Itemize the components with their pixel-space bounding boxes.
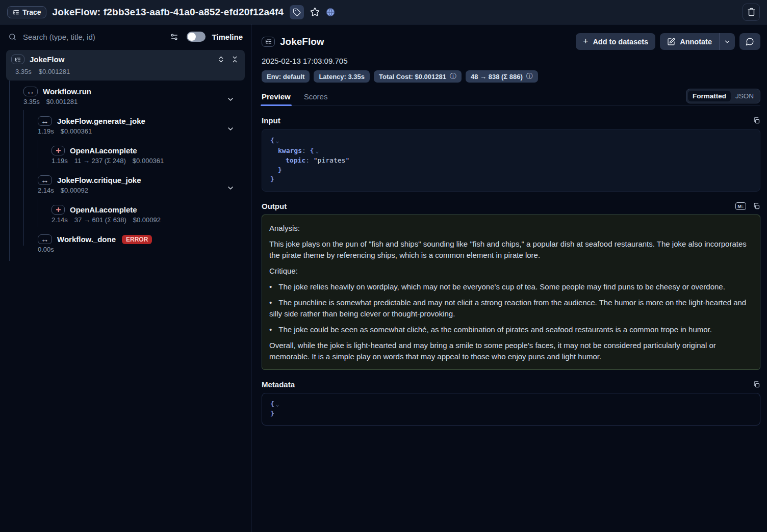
- trace-node-icon: [262, 37, 275, 47]
- globe-icon: [326, 8, 335, 17]
- copy-icon[interactable]: [753, 117, 760, 124]
- collapse-caret-icon[interactable]: ⌄: [315, 148, 319, 154]
- annotate-button[interactable]: Annotate: [660, 33, 719, 50]
- node-duration: 1.19s: [52, 157, 68, 165]
- trace-badges: Env: default Latency: 3.35s Total Cost: …: [262, 70, 760, 83]
- info-icon[interactable]: ⓘ: [450, 72, 456, 81]
- list-tree-icon: [12, 9, 19, 16]
- tab-scores[interactable]: Scores: [304, 92, 328, 105]
- metadata-json-viewer: {⌄ }: [262, 393, 760, 425]
- star-icon: [310, 7, 320, 17]
- node-cost: $0.000361: [61, 127, 92, 135]
- tree-item-generation[interactable]: OpenAI.acomplete 2.14s 37 → 601 (Σ 638) …: [0, 203, 251, 232]
- timeline-toggle[interactable]: [187, 32, 206, 42]
- trace-title: JokeFlow: f2bb3e13-aafb-41a0-a852-efd20f…: [53, 7, 284, 18]
- output-analysis-heading: Analysis:: [269, 223, 753, 234]
- root-duration: 3.35s: [15, 68, 32, 75]
- tree-item-workflow-run[interactable]: ↔ Workflow.run 3.35s $0.001281: [0, 85, 251, 114]
- output-markdown-viewer: Analysis: This joke plays on the pun of …: [262, 215, 760, 370]
- total-cost-badge: Total Cost: $0.001281 ⓘ: [374, 70, 462, 83]
- plus-icon: +: [583, 36, 589, 47]
- token-usage-badge: 48 → 838 (Σ 886) ⓘ: [466, 70, 538, 83]
- comments-button[interactable]: [739, 33, 760, 50]
- metadata-section-label: Metadata: [262, 380, 295, 389]
- tree-root-title: JokeFlow: [30, 55, 64, 64]
- output-bullet: •The joke could be seen as somewhat clic…: [269, 324, 753, 335]
- node-cost: $0.00092: [133, 216, 161, 224]
- node-duration: 0.00s: [38, 246, 54, 253]
- detail-tabs: Preview Scores Formatted JSON: [262, 91, 760, 106]
- filter-settings-icon[interactable]: [170, 33, 178, 41]
- pen-square-icon: [667, 38, 675, 46]
- output-analysis-body: This joke plays on the pun of "fish and …: [269, 238, 753, 261]
- output-bullet: •The punchline is somewhat predictable a…: [269, 297, 753, 320]
- trace-type-badge: Trace: [7, 6, 46, 18]
- trace-badge-label: Trace: [22, 8, 41, 16]
- markdown-toggle-icon[interactable]: M↓: [735, 202, 746, 210]
- input-section-label: Input: [262, 116, 280, 125]
- collapse-caret-icon[interactable]: ⌄: [276, 138, 279, 144]
- node-cost: $0.001281: [46, 98, 78, 105]
- tree-item-workflow-done[interactable]: ↔ Workflow._done ERROR 0.00s: [0, 232, 251, 262]
- tab-preview[interactable]: Preview: [262, 92, 291, 105]
- annotate-dropdown-button[interactable]: [719, 33, 735, 50]
- output-closing: Overall, while the joke is light-hearted…: [269, 340, 753, 362]
- span-icon: ↔: [38, 116, 52, 126]
- star-button[interactable]: [310, 7, 320, 17]
- collapse-all-icon[interactable]: [231, 56, 239, 63]
- node-tokens: 11 → 237 (Σ 248): [74, 157, 126, 165]
- search-icon: [8, 33, 17, 41]
- chevron-down-icon[interactable]: [226, 184, 235, 192]
- span-icon: ↔: [23, 87, 38, 96]
- chevron-down-icon[interactable]: [226, 95, 235, 103]
- latency-badge: Latency: 3.35s: [314, 70, 370, 83]
- expand-all-icon[interactable]: [217, 56, 225, 63]
- format-toggle: Formatted JSON: [686, 89, 760, 103]
- tree-root-item[interactable]: JokeFlow 3.35s $0.001281: [6, 50, 245, 81]
- trace-node-icon: [11, 55, 24, 64]
- tree-item-critique-joke[interactable]: ↔ JokeFlow.critique_joke 2.14s $0.00092: [0, 173, 251, 203]
- comment-bubble-icon: [746, 37, 754, 46]
- tag-button[interactable]: [290, 5, 304, 19]
- trace-tree-sidebar: Timeline JokeFlow 3.35s $0.: [0, 24, 251, 532]
- node-duration: 2.14s: [38, 187, 54, 194]
- trash-icon: [747, 8, 756, 16]
- observation-tree: ↔ Workflow.run 3.35s $0.001281 ↔ JokeFlo…: [0, 85, 251, 263]
- copy-icon[interactable]: [753, 202, 760, 210]
- node-cost: $0.00092: [61, 187, 88, 194]
- error-status-badge: ERROR: [122, 235, 152, 244]
- node-cost: $0.000361: [133, 157, 164, 165]
- tree-item-generate-joke[interactable]: ↔ JokeFlow.generate_joke 1.19s $0.000361: [0, 114, 251, 144]
- tree-item-generation[interactable]: OpenAI.acomplete 1.19s 11 → 237 (Σ 248) …: [0, 144, 251, 173]
- add-to-datasets-button[interactable]: + Add to datasets: [576, 33, 655, 50]
- trace-detail-panel: JokeFlow + Add to datasets Annotate: [251, 24, 767, 532]
- chevron-down-icon[interactable]: [226, 125, 235, 133]
- info-icon[interactable]: ⓘ: [526, 72, 533, 81]
- node-duration: 2.14s: [52, 216, 68, 224]
- node-duration: 1.19s: [38, 127, 54, 135]
- collapse-caret-icon[interactable]: ⌄: [276, 401, 279, 408]
- root-cost: $0.001281: [39, 68, 70, 75]
- output-critique-heading: Critique:: [269, 265, 753, 277]
- format-option-json[interactable]: JSON: [731, 91, 758, 101]
- delete-trace-button[interactable]: [743, 4, 760, 21]
- generation-icon: [52, 205, 65, 215]
- visibility-button[interactable]: [326, 8, 335, 17]
- format-option-formatted[interactable]: Formatted: [688, 91, 731, 101]
- output-bullet: •The joke relies heavily on wordplay, wh…: [269, 281, 753, 292]
- trace-timestamp: 2025-02-13 17:03:09.705: [262, 57, 760, 65]
- node-duration: 3.35s: [23, 98, 40, 105]
- copy-icon[interactable]: [753, 381, 760, 388]
- env-badge: Env: default: [262, 70, 310, 83]
- tag-icon: [293, 8, 301, 16]
- generation-icon: [52, 146, 65, 155]
- top-bar: Trace JokeFlow: f2bb3e13-aafb-41a0-a852-…: [0, 0, 767, 24]
- input-json-viewer: {⌄ kwargs: {⌄ topic: "pirates" } }: [262, 129, 760, 192]
- node-tokens: 37 → 601 (Σ 638): [74, 216, 126, 224]
- annotate-split-button: Annotate: [660, 33, 735, 50]
- span-icon: ↔: [38, 175, 52, 185]
- page-title: JokeFlow: [280, 36, 324, 47]
- span-icon: ↔: [38, 234, 52, 244]
- search-input[interactable]: [22, 32, 165, 42]
- timeline-toggle-label: Timeline: [212, 33, 243, 41]
